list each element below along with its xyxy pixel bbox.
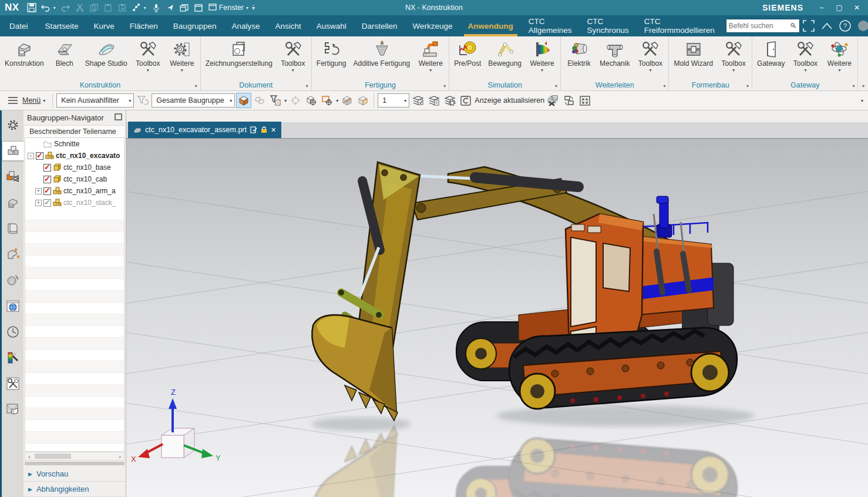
layer-category-icon[interactable]: [443, 93, 457, 108]
window-cascade-icon[interactable]: [178, 2, 191, 14]
tab-ansicht[interactable]: Ansicht: [267, 15, 308, 36]
toolbar-overflow-icon[interactable]: ▾: [861, 98, 863, 103]
selection-dialog-icon[interactable]: [268, 93, 282, 108]
chevron-down-icon[interactable]: ▾: [284, 98, 287, 103]
touch-mode-icon[interactable]: [164, 2, 177, 14]
chevron-down-icon[interactable]: ▾: [838, 68, 840, 73]
fullscreen-icon[interactable]: [802, 19, 815, 32]
column-header[interactable]: Beschreibender Teilename: [25, 125, 125, 138]
ribbon-button-bewegung[interactable]: Bewegung: [485, 38, 525, 73]
group-dialog-icon[interactable]: ▾: [555, 83, 557, 89]
part-tab[interactable]: ctc_nx10_excavator_assem.prt ✕: [128, 122, 281, 138]
group-dialog-icon[interactable]: ▾: [663, 83, 665, 89]
ribbon-button-weitere[interactable]: Weitere▾: [822, 38, 856, 73]
tree-row[interactable]: +✓ctc_nx10_arm_a: [25, 185, 124, 197]
ribbon-overflow-icon[interactable]: ▾: [862, 83, 864, 89]
reuse-library-icon[interactable]: [3, 219, 23, 239]
tree-row[interactable]: ✓ctc_nx10_base: [25, 162, 124, 173]
tree-row[interactable]: −✓ctc_nx10_excavato: [25, 150, 124, 162]
ribbon-button-toolbox[interactable]: Toolbox▾: [633, 38, 667, 73]
fenster-menu-button[interactable]: Fenster ▾: [205, 4, 252, 12]
qat-customize-icon[interactable]: ▾̄: [252, 5, 255, 11]
command-search-input[interactable]: [729, 22, 790, 30]
scroll-left-icon[interactable]: ‹: [25, 453, 33, 460]
chevron-down-icon[interactable]: ▾: [429, 68, 432, 73]
ribbon-button-additive-fertigung[interactable]: Additive Fertigung: [350, 38, 414, 73]
ribbon-button-toolbox[interactable]: Toolbox▾: [716, 38, 751, 73]
save-icon[interactable]: [25, 2, 38, 14]
chevron-down-icon[interactable]: ▾: [181, 68, 183, 73]
visibility-checkbox[interactable]: ✓: [43, 164, 51, 172]
undo-icon[interactable]: [39, 2, 52, 14]
chevron-down-icon[interactable]: ▾: [144, 5, 149, 11]
workset-select[interactable]: 1▾: [378, 93, 409, 108]
select-chain-icon[interactable]: [253, 93, 267, 108]
layer-copy-icon[interactable]: [427, 93, 441, 108]
ribbon-button-toolbox[interactable]: Toolbox▾: [788, 38, 822, 73]
tab-auswahl[interactable]: Auswahl: [309, 15, 354, 36]
group-dialog-icon[interactable]: ▾: [443, 83, 446, 89]
no-expression-icon[interactable]: P=: [546, 93, 560, 108]
avatar[interactable]: [857, 20, 868, 32]
ribbon-button-blech[interactable]: Blech: [48, 38, 82, 73]
ribbon-button-konstruktion[interactable]: Konstruktion: [1, 38, 48, 73]
visibility-checkbox[interactable]: ✓: [36, 152, 43, 160]
chevron-down-icon[interactable]: ▾: [541, 68, 543, 73]
visibility-checkbox[interactable]: ✓: [43, 199, 51, 207]
window-new-icon[interactable]: [192, 2, 205, 14]
assembly-navigator-icon[interactable]: [2, 141, 25, 161]
settings-gear-icon[interactable]: [3, 115, 23, 135]
ribbon-button-weitere[interactable]: Weitere▾: [165, 38, 199, 73]
section-vorschau[interactable]: ▶ Vorschau: [23, 466, 126, 482]
part-navigator-icon[interactable]: [3, 193, 23, 213]
undock-icon[interactable]: [115, 113, 122, 122]
scroll-right-icon[interactable]: ›: [116, 453, 124, 460]
ribbon-button-gateway[interactable]: Gateway: [753, 38, 788, 73]
ribbon-button-weitere[interactable]: Weitere▾: [413, 38, 448, 73]
visual-reports-icon[interactable]: [3, 348, 23, 368]
ribbon-button-mechanik[interactable]: Mechanik: [596, 38, 633, 73]
tab-datei[interactable]: Datei: [0, 15, 38, 36]
ribbon-button-fertigung[interactable]: Fertigung: [313, 38, 350, 73]
expand-icon[interactable]: +: [35, 200, 42, 206]
tab-ctc-allgemeines[interactable]: CTC Allgemeines: [521, 15, 580, 36]
ribbon-button-pre-post[interactable]: Pre/Post: [450, 38, 485, 73]
tree-row[interactable]: Schnitte: [25, 138, 124, 150]
constraint-navigator-icon[interactable]: [3, 167, 23, 187]
tree-row[interactable]: ✓ctc_nx10_cab: [25, 173, 124, 185]
horizontal-scrollbar[interactable]: ‹ ›: [25, 452, 125, 461]
tree-row[interactable]: +✓ctc_nx10_stack_: [25, 197, 124, 209]
ribbon-button-toolbox[interactable]: Toolbox▾: [131, 38, 165, 73]
select-solid-icon[interactable]: [237, 93, 251, 108]
tab-werkzeuge[interactable]: Werkzeuge: [405, 15, 460, 36]
update-display-label[interactable]: Anzeige aktualisieren: [475, 96, 544, 105]
menu-button[interactable]: Menü ▾: [2, 92, 49, 109]
update-display-icon[interactable]: [459, 93, 473, 108]
web-browser-icon[interactable]: [3, 296, 23, 316]
visibility-checkbox[interactable]: ✓: [43, 176, 51, 183]
3d-viewport[interactable]: Z X Y: [126, 139, 868, 497]
tab-ctc-synchronus[interactable]: CTC Synchronus: [579, 15, 636, 36]
group-dialog-icon[interactable]: ▾: [852, 83, 854, 89]
tab-darstellen[interactable]: Darstellen: [354, 15, 405, 36]
maximize-view-icon[interactable]: [578, 93, 592, 108]
ribbon-button-elektrik[interactable]: Elektrik: [562, 38, 596, 73]
group-dialog-icon[interactable]: ▾: [195, 83, 197, 89]
scrollbar-thumb[interactable]: [35, 454, 71, 459]
tab-kurve[interactable]: Kurve: [86, 15, 122, 36]
selection-filter-select[interactable]: Kein Auswahlfilter▾: [56, 93, 134, 108]
chevron-down-icon[interactable]: ▾: [147, 68, 149, 73]
group-dialog-icon[interactable]: ▾: [306, 83, 308, 89]
snap-point-icon[interactable]: [288, 93, 302, 108]
layer-settings-icon[interactable]: [411, 93, 425, 108]
switch-window-icon[interactable]: [562, 93, 576, 108]
ribbon-button-zeichnungserstellung[interactable]: Zeichnungserstellung: [202, 38, 276, 73]
roles-icon[interactable]: [3, 399, 23, 419]
collapse-icon[interactable]: −: [28, 153, 34, 159]
rendered-view-icon[interactable]: [356, 93, 370, 108]
selection-scope-select[interactable]: Gesamte Baugruppe▾: [152, 93, 235, 108]
history-icon[interactable]: [3, 322, 23, 342]
tab-startseite[interactable]: Startseite: [38, 15, 86, 36]
selection-tool-icon[interactable]: [130, 2, 143, 14]
ribbon-button-shape-studio[interactable]: Shape Studio: [82, 38, 131, 73]
